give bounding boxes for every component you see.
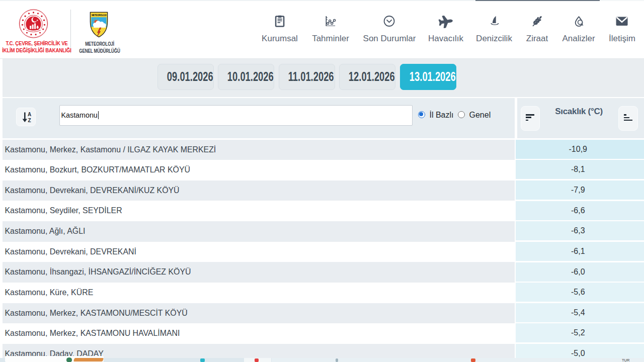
svg-text:METEOROLOJI: METEOROLOJI (92, 14, 106, 17)
svg-text:A: A (28, 111, 31, 117)
svg-text:Z: Z (28, 118, 31, 123)
